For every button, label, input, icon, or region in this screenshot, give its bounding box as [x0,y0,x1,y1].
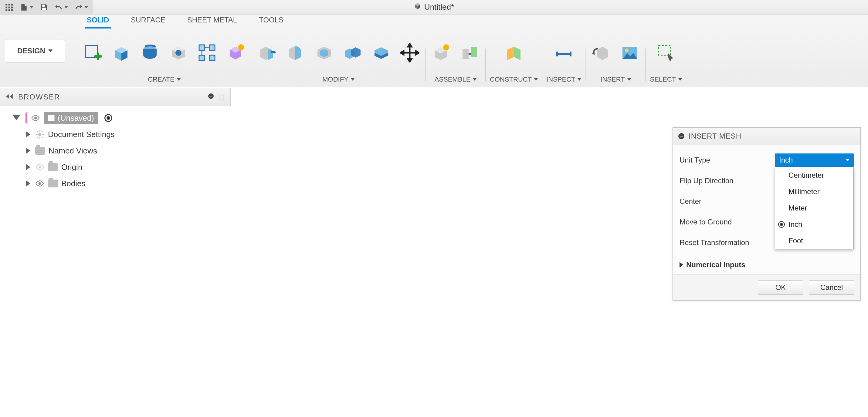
ribbon-group-label[interactable]: SELECT [650,75,682,87]
tab-sheet-metal[interactable]: SHEET METAL [185,13,239,29]
select-icon[interactable] [654,41,677,64]
svg-rect-7 [8,9,10,11]
title-bar: Untitled* [0,0,868,14]
svg-rect-4 [8,6,10,8]
svg-point-37 [34,117,37,120]
tree-item-named-views[interactable]: Named Views [9,142,231,159]
svg-rect-45 [41,130,43,132]
active-indicator [26,113,27,123]
visibility-toggle-icon[interactable] [35,179,44,188]
insert-image-icon[interactable] [618,41,641,64]
svg-point-38 [38,133,41,136]
activate-radio-icon[interactable] [104,114,112,122]
caret-down-icon [30,6,33,8]
svg-rect-16 [209,45,215,50]
collapse-left-icon[interactable] [5,93,13,101]
unit-type-select[interactable]: Inch Centimeter Millimeter Meter [775,154,854,167]
save-button[interactable] [39,2,49,12]
svg-point-22 [625,49,628,52]
workspace-switcher[interactable]: DESIGN [5,39,65,63]
expander-icon[interactable] [26,148,30,154]
construct-plane-icon[interactable] [502,41,525,64]
ribbon-group-label[interactable]: MODIFY [322,75,354,87]
tab-surface[interactable]: SURFACE [129,13,167,29]
svg-point-27 [261,246,619,417]
unit-option-millimeter[interactable]: Millimeter [775,184,854,200]
tab-tools[interactable]: TOOLS [257,13,285,29]
expander-icon[interactable] [26,131,30,137]
tree-root[interactable]: (Unsaved) [9,110,231,126]
browser-header[interactable]: BROWSER |:| [0,88,231,106]
expander-open-icon[interactable] [12,115,21,120]
section-numerical-inputs[interactable]: Numerical Inputs [673,255,860,275]
tree-item-document-settings[interactable]: Document Settings [9,126,231,142]
waffle-menu-icon[interactable] [4,2,14,13]
svg-rect-46 [36,136,38,138]
label-unit-type: Unit Type [680,156,775,164]
panel-header[interactable]: INSERT MESH [673,128,860,145]
insert-mesh-panel: INSERT MESH Unit Type Inch Centimeter Mi… [673,127,861,300]
unit-option-inch[interactable]: Inch [775,216,854,233]
ribbon-group-label[interactable]: CONSTRUCT [490,75,538,87]
tree-item-origin[interactable]: Origin [9,159,231,175]
insert-derive-icon[interactable] [590,41,613,64]
disclosure-right-icon [680,262,683,267]
cube-icon [414,2,421,12]
root-component-chip[interactable]: (Unsaved) [44,112,98,124]
create-hole-icon[interactable] [167,41,190,64]
redo-button[interactable] [74,2,89,12]
press-pull-icon[interactable] [255,41,279,64]
create-pattern-icon[interactable] [195,41,219,64]
ribbon: DESIGN SOLID SURFACE SHEET METAL TOOLS [0,14,868,87]
triad-gizmo-icon[interactable] [431,312,510,391]
document-title-text: Untitled* [424,2,454,12]
joint-icon[interactable] [458,41,482,64]
drag-handle-icon[interactable]: |:| [219,93,225,101]
visibility-toggle-icon[interactable] [31,114,40,123]
unit-option-foot[interactable]: Foot [775,233,854,249]
combine-icon[interactable] [341,41,364,64]
ok-button[interactable]: OK [758,280,803,295]
ribbon-group-label[interactable]: ASSEMBLE [435,75,477,87]
caret-down-icon [627,78,631,81]
move-icon[interactable] [398,41,421,64]
mesh-body-bowl[interactable] [249,233,631,417]
caret-down-icon [473,78,476,81]
ribbon-group-label[interactable]: INSPECT [546,75,581,87]
minimize-dot-icon[interactable] [208,93,214,101]
visibility-off-icon[interactable] [35,163,44,172]
file-menu-button[interactable] [20,2,34,12]
caret-down-icon [177,78,181,81]
svg-point-47 [38,166,41,169]
svg-rect-8 [11,9,13,11]
cancel-button[interactable]: Cancel [809,280,854,295]
ribbon-group-modify: MODIFY [251,30,426,87]
expander-icon[interactable] [26,181,30,187]
svg-rect-40 [39,137,40,138]
gear-icon [35,130,44,139]
fillet-icon[interactable] [284,41,307,64]
unit-option-meter[interactable]: Meter [775,200,854,216]
create-sketch-icon[interactable] [81,41,104,64]
ribbon-group-label[interactable]: INSERT [600,75,631,87]
collapse-icon[interactable] [678,133,684,139]
tab-solid[interactable]: SOLID [85,13,111,29]
tree-item-bodies[interactable]: Bodies [9,175,231,192]
svg-point-34 [459,357,465,363]
create-box-icon[interactable] [110,41,133,64]
svg-rect-42 [42,134,44,135]
create-revolve-icon[interactable] [138,41,161,64]
tree-item-label: Origin [61,163,82,172]
unit-option-centimeter[interactable]: Centimeter [775,167,854,184]
new-component-icon[interactable] [430,41,453,64]
caret-down-icon [578,78,581,81]
create-form-icon[interactable] [224,41,247,64]
undo-button[interactable] [54,2,69,12]
ribbon-group-label[interactable]: CREATE [148,75,181,87]
appearance-icon[interactable] [370,41,393,64]
svg-point-20 [443,44,449,50]
ribbon-group-insert: INSERT [585,30,646,87]
measure-icon[interactable] [552,41,576,64]
expander-icon[interactable] [26,164,30,170]
shell-icon[interactable] [313,41,336,64]
